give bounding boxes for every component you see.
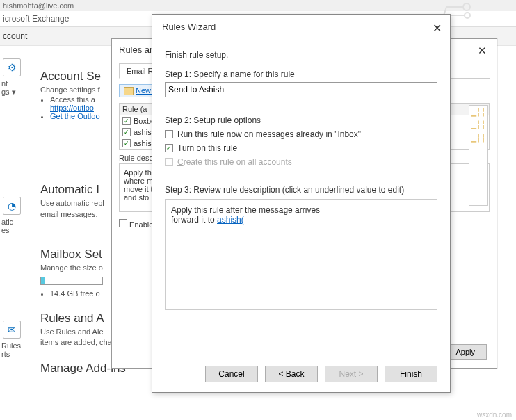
desc-line: forward it to ashish( xyxy=(171,215,431,225)
option-turn-on[interactable]: ✓ Turn on this rule xyxy=(165,143,437,153)
icon-label: gs ▾ xyxy=(1,88,28,97)
desc-line: Apply this rule after the message arrive… xyxy=(171,205,431,215)
icon-label: Rules xyxy=(1,341,28,350)
checkbox-icon[interactable]: ✓ xyxy=(165,144,173,152)
get-outlook-link[interactable]: Get the Outloo xyxy=(50,112,100,120)
finish-rule-label: Finish rule setup. xyxy=(165,50,437,60)
checkbox-icon[interactable]: ✓ xyxy=(122,139,131,147)
cancel-button[interactable]: Cancel xyxy=(205,366,258,382)
checkbox-icon[interactable]: ✓ xyxy=(122,128,131,136)
step1-label: Step 1: Specify a name for this rule xyxy=(165,70,437,79)
back-button[interactable]: < Back xyxy=(265,366,318,382)
account-settings-icon[interactable]: ⚙ xyxy=(3,58,21,76)
option-run-now[interactable]: Run this rule now on messages already in… xyxy=(165,129,437,139)
icon-label: nt xyxy=(1,79,28,88)
bullet-text: Access this a xyxy=(50,95,95,104)
icon-label: es xyxy=(1,226,28,234)
icon-label: rts xyxy=(1,350,28,358)
step3-label: Step 3: Review rule description (click a… xyxy=(165,185,437,195)
automatic-replies-icon[interactable]: ◔ xyxy=(3,197,21,215)
rules-wizard-dialog: Rules Wizard ✕ Finish rule setup. Step 1… xyxy=(152,14,451,393)
wizard-title: Rules Wizard xyxy=(152,15,450,39)
checkbox-icon xyxy=(165,158,173,166)
storage-bar xyxy=(40,277,103,285)
step2-label: Step 2: Setup rule options xyxy=(165,115,437,125)
folder-icon xyxy=(124,87,134,95)
rule-actions-preview: ⎯╎╎⎯╎╎⎯╎╎ xyxy=(469,105,488,206)
rule-description-review: Apply this rule after the message arrive… xyxy=(165,199,437,310)
option-create-all-accounts: Create this rule on all accounts xyxy=(165,157,437,167)
rule-name-input[interactable] xyxy=(165,82,437,97)
forward-to-link[interactable]: ashish( xyxy=(217,215,244,225)
close-icon[interactable]: ✕ xyxy=(478,45,487,57)
enable-checkbox[interactable] xyxy=(119,219,127,227)
enable-label: Enable xyxy=(129,220,153,229)
rules-icon[interactable]: ✉ xyxy=(3,321,21,339)
finish-button[interactable]: Finish xyxy=(385,366,437,382)
checkbox-icon[interactable]: ✓ xyxy=(122,117,131,125)
outlook-link[interactable]: https://outloo xyxy=(50,104,94,112)
next-button: Next > xyxy=(325,366,378,382)
checkbox-icon[interactable] xyxy=(165,130,173,138)
icon-label: atic xyxy=(1,218,28,226)
close-icon[interactable]: ✕ xyxy=(433,22,442,35)
watermark: wsxdn.com xyxy=(477,411,512,419)
